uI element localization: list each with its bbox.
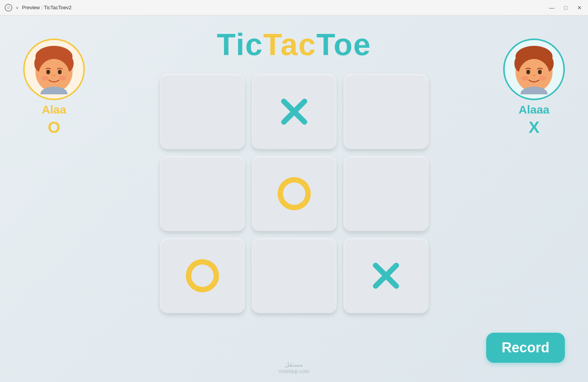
game-title: TicTacToe <box>217 27 371 62</box>
player2-name: Alaaa <box>519 103 549 116</box>
player1-avatar <box>23 39 85 100</box>
svg-point-8 <box>59 76 66 80</box>
player1-face-svg <box>29 44 79 94</box>
cell-1-x-symbol <box>277 94 312 129</box>
cell-8-x-symbol <box>369 258 403 293</box>
svg-point-15 <box>526 70 530 74</box>
cell-0[interactable] <box>160 74 245 149</box>
watermark-url: mostaqi.com <box>279 368 309 374</box>
title-tic: Tic <box>217 27 263 62</box>
title-toe: Toe <box>316 27 371 62</box>
svg-point-6 <box>58 70 62 74</box>
cell-8[interactable] <box>344 238 428 313</box>
close-button[interactable]: ✕ <box>576 4 583 12</box>
window-title: Preview : TicTacToev2 <box>22 5 72 10</box>
chevron-icon: ∨ <box>15 5 19 10</box>
cell-1[interactable] <box>252 74 337 149</box>
cell-6-o-symbol <box>186 259 219 292</box>
minimize-button[interactable]: — <box>548 4 556 12</box>
title-tac: Tac <box>263 27 316 62</box>
cell-6[interactable] <box>160 238 245 313</box>
watermark: مستقل mostaqi.com <box>279 361 309 374</box>
window-controls: — □ ✕ <box>548 4 583 12</box>
svg-point-4 <box>39 59 69 91</box>
cell-4-o-symbol <box>278 177 311 210</box>
app-icon: ⊙ <box>5 4 12 12</box>
game-area: TicTacToe <box>0 15 588 382</box>
maximize-button[interactable]: □ <box>562 4 569 12</box>
svg-point-18 <box>539 76 546 80</box>
player2-face-svg <box>509 44 559 94</box>
title-bar-left: ⊙ ∨ Preview : TicTacToev2 <box>5 4 72 12</box>
cell-4[interactable] <box>252 156 337 231</box>
svg-point-14 <box>519 59 549 91</box>
cell-2[interactable] <box>344 74 428 149</box>
title-bar: ⊙ ∨ Preview : TicTacToev2 — □ ✕ <box>0 0 588 15</box>
record-button[interactable]: Record <box>486 333 565 363</box>
svg-point-7 <box>42 76 49 80</box>
player1-name: Alaa <box>42 103 66 116</box>
player1-panel: Alaa O <box>23 39 85 136</box>
game-board <box>160 74 428 313</box>
svg-point-5 <box>46 70 50 74</box>
player2-panel: Alaaa X <box>503 39 565 136</box>
cell-7[interactable] <box>252 238 337 313</box>
svg-point-17 <box>522 76 529 80</box>
player2-symbol: X <box>529 119 539 136</box>
player1-symbol: O <box>48 119 61 136</box>
svg-point-16 <box>538 70 542 74</box>
cell-3[interactable] <box>160 156 245 231</box>
cell-5[interactable] <box>344 156 428 231</box>
player2-avatar <box>503 39 565 100</box>
watermark-arabic: مستقل <box>279 361 309 368</box>
